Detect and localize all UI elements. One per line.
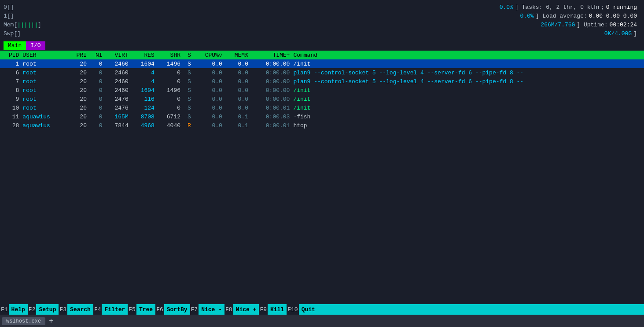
table-row[interactable]: 7 root 20 0 2460 4 0 S 0.0 0.0 0:00.00 p… xyxy=(0,77,644,86)
uptime-value: 00:02:24 xyxy=(610,22,637,28)
cpu1-close: ] xyxy=(11,13,14,19)
user-cell: root xyxy=(21,86,67,95)
cmd-cell: /init xyxy=(291,59,644,68)
shr-cell: 1496 xyxy=(156,86,182,95)
shr-cell: 0 xyxy=(156,103,182,112)
fkey-f1[interactable]: F1 Help xyxy=(0,304,28,315)
fkey-label-sortby: SortBy xyxy=(164,304,190,315)
time-cell: 0:00.01 xyxy=(250,121,291,130)
cpu0-close: ] xyxy=(11,4,14,11)
col-header-ni: NI xyxy=(88,51,104,59)
swp-value: 0K/4.00G xyxy=(604,30,632,37)
s-cell: S xyxy=(182,112,193,121)
taskbar: wslhost.exe + xyxy=(0,315,644,327)
table-row[interactable]: 11 aquawius 20 0 165M 8708 6712 S 0.0 0.… xyxy=(0,112,644,121)
table-row[interactable]: 1 root 20 0 2460 1604 1496 S 0.0 0.0 0:0… xyxy=(0,59,644,68)
mem-close: ] xyxy=(38,22,41,28)
virt-cell: 2460 xyxy=(104,59,130,68)
ni-cell: 0 xyxy=(88,68,104,77)
user-cell: root xyxy=(21,59,67,68)
fkey-label-nice-minus: Nice - xyxy=(199,304,224,315)
col-header-pri: PRI xyxy=(68,51,88,59)
pid-cell: 8 xyxy=(0,86,21,95)
taskbar-plus-button[interactable]: + xyxy=(47,317,55,325)
fkey-f6[interactable]: F6 SortBy xyxy=(155,304,190,315)
fkey-f10[interactable]: F10 Quit xyxy=(287,304,318,315)
time-cell: 0:00.00 xyxy=(250,95,291,103)
cmd-cell: plan9 --control-socket 5 --log-level 4 -… xyxy=(291,77,644,86)
fkey-f8[interactable]: F8 Nice + xyxy=(224,304,259,315)
col-header-time: TIME+ xyxy=(250,51,291,59)
table-row[interactable]: 6 root 20 0 2460 4 0 S 0.0 0.0 0:00.00 p… xyxy=(0,68,644,77)
res-cell: 4 xyxy=(130,68,156,77)
cpu-cell: 0.0 xyxy=(193,68,224,77)
virt-cell: 2476 xyxy=(104,95,130,103)
col-header-res: RES xyxy=(130,51,156,59)
cmd-cell: /init xyxy=(291,103,644,112)
ni-cell: 0 xyxy=(88,77,104,86)
swp-value-line: 0K/4.00G ] xyxy=(136,29,637,38)
swp-label: Swp[ xyxy=(4,30,17,37)
table-row[interactable]: 10 root 20 0 2476 124 0 S 0.0 0.0 0:00.0… xyxy=(0,103,644,112)
fkey-f4[interactable]: F4 Filter xyxy=(93,304,128,315)
mem-cell: 0.0 xyxy=(224,59,250,68)
fkey-label-search: Search xyxy=(67,304,93,315)
ni-cell: 0 xyxy=(88,59,104,68)
user-cell: root xyxy=(21,95,67,103)
taskbar-wslhost[interactable]: wslhost.exe xyxy=(2,317,45,325)
system-stats-section: 0.0% ] Tasks: 6, 2 thr, 0 kthr; 0 runnin… xyxy=(136,3,640,38)
s-cell: S xyxy=(182,95,193,103)
tab-io[interactable]: I/O xyxy=(26,41,45,50)
process-tbody: 1 root 20 0 2460 1604 1496 S 0.0 0.0 0:0… xyxy=(0,59,644,130)
cpu1-pct: 0.0% xyxy=(512,13,534,19)
table-row[interactable]: 8 root 20 0 2460 1604 1496 S 0.0 0.0 0:0… xyxy=(0,86,644,95)
pri-cell: 20 xyxy=(68,95,88,103)
tabs-bar: Main I/O xyxy=(0,40,644,51)
ni-cell: 0 xyxy=(88,103,104,112)
mem-cell: 0.0 xyxy=(224,77,250,86)
cmd-cell: /init xyxy=(291,95,644,103)
time-cell: 0:00.01 xyxy=(250,103,291,112)
mem-value: 266M/7.76G xyxy=(541,22,575,28)
fkey-label-tree: Tree xyxy=(136,304,155,315)
pid-cell: 28 xyxy=(0,121,21,130)
col-header-cmd: Command xyxy=(291,51,644,59)
fkey-f7[interactable]: F7 Nice - xyxy=(190,304,224,315)
mem-label: Mem[ xyxy=(4,22,17,28)
time-cell: 0:00.00 xyxy=(250,68,291,77)
shr-cell: 0 xyxy=(156,77,182,86)
table-row[interactable]: 28 aquawius 20 0 7844 4968 4040 R 0.0 0.… xyxy=(0,121,644,130)
load-line: 0.0% ] Load average: 0.00 0.00 0.00 xyxy=(136,11,637,20)
swp-close: ] xyxy=(17,30,21,37)
fkey-f2[interactable]: F2 Setup xyxy=(28,304,59,315)
shr-cell: 1496 xyxy=(156,59,182,68)
fkey-f3[interactable]: F3 Search xyxy=(59,304,93,315)
user-cell: root xyxy=(21,77,67,86)
tasks-label: ] Tasks: 6, 2 thr, 0 kthr; xyxy=(515,4,604,11)
table-row[interactable]: 9 root 20 0 2476 116 0 S 0.0 0.0 0:00.00… xyxy=(0,95,644,103)
fkey-f5[interactable]: F5 Tree xyxy=(128,304,155,315)
mem-cell: 0.1 xyxy=(224,121,250,130)
tasks-line: 0.0% ] Tasks: 6, 2 thr, 0 kthr; 0 runnin… xyxy=(136,3,637,11)
mem-line: Mem[||||||] xyxy=(4,20,136,29)
fkey-num-4: F4 xyxy=(93,304,102,315)
swp-line: Swp[] xyxy=(4,29,136,38)
swp-close-bracket: ] xyxy=(633,30,637,37)
footer: F1 Help F2 Setup F3 Search F4 Filter F5 … xyxy=(0,304,644,315)
time-cell: 0:00.03 xyxy=(250,112,291,121)
fkey-f9[interactable]: F9 Kill xyxy=(259,304,287,315)
fkey-label-help: Help xyxy=(9,304,28,315)
cpu1-line: 1[] xyxy=(4,11,136,20)
pri-cell: 20 xyxy=(68,68,88,77)
res-cell: 1604 xyxy=(130,59,156,68)
fkey-num-2: F2 xyxy=(28,304,37,315)
virt-cell: 2460 xyxy=(104,77,130,86)
fkey-label-kill: Kill xyxy=(268,304,287,315)
res-cell: 1604 xyxy=(130,86,156,95)
res-cell: 116 xyxy=(130,95,156,103)
col-header-mem: MEM% xyxy=(224,51,250,59)
tab-main[interactable]: Main xyxy=(4,41,26,50)
time-cell: 0:00.00 xyxy=(250,59,291,68)
mem-cell: 0.1 xyxy=(224,112,250,121)
pri-cell: 20 xyxy=(68,121,88,130)
